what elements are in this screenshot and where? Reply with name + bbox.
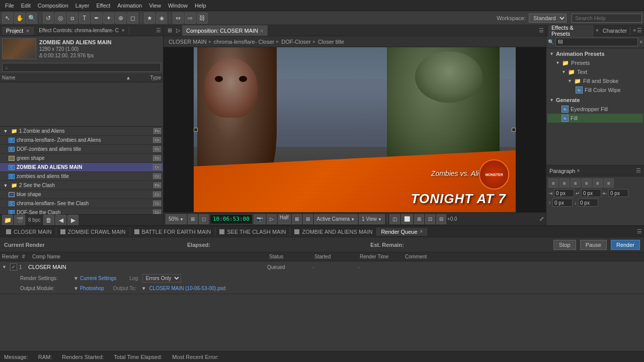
output-file-link[interactable]: CLOSER MAIN (10-06-53-00).psd xyxy=(149,286,226,291)
output-module-dropdown-icon[interactable]: ▼ xyxy=(73,286,78,291)
indent-first-input[interactable] xyxy=(581,189,601,197)
render-btn[interactable]: Render xyxy=(611,240,640,250)
timeline-tab-battle[interactable]: BATTLE FOR EARTH MAIN xyxy=(130,228,216,236)
item-fill[interactable]: fx Fill xyxy=(547,114,643,123)
align-justify-center-btn[interactable]: ≡ xyxy=(593,178,603,188)
tab-effects-presets[interactable]: Effects & Presets xyxy=(548,25,593,38)
3d-view-btn1[interactable]: ◫ xyxy=(389,214,400,224)
layer-green-shape[interactable]: green shape Cc xyxy=(0,154,163,163)
trash-btn[interactable]: 🗑 xyxy=(43,215,54,226)
render-settings-link[interactable]: Current Settings xyxy=(80,276,116,281)
tool-zoom[interactable]: 🔍 xyxy=(26,13,37,24)
tool-hand[interactable]: ✋ xyxy=(14,13,25,24)
project-search-input[interactable] xyxy=(2,63,161,72)
timeline-tab-see-clash[interactable]: SEE THE CLASH MAIN xyxy=(215,228,290,236)
timeline-tab-render-queue[interactable]: Render Queue × xyxy=(377,228,427,236)
new-folder-btn[interactable]: 📁 xyxy=(2,215,13,226)
generate-header[interactable]: ▼ Generate xyxy=(547,96,643,105)
output-to-dropdown-icon[interactable]: ▼ xyxy=(141,286,146,291)
quality-select[interactable]: Half xyxy=(278,214,291,224)
transparency-btn[interactable]: ⊠ xyxy=(292,214,302,224)
render-queue-tab-close[interactable]: × xyxy=(420,229,423,234)
folder-presets[interactable]: ▼ 📁 Presets xyxy=(547,58,643,67)
folder-text[interactable]: ▼ 📁 Text xyxy=(547,67,643,76)
menu-file[interactable]: File xyxy=(2,2,17,10)
layer-blue-shape[interactable]: blue shape Cc xyxy=(0,190,163,199)
item-eyedropper-fill[interactable]: fx Eyedropper Fill xyxy=(547,105,643,114)
tool-select[interactable]: ↖ xyxy=(2,13,13,24)
nav-fwd-btn[interactable]: ▶ xyxy=(67,215,78,226)
timeline-tab-zombie-crawl[interactable]: ZOMBIE CRAWL MAIN xyxy=(56,228,130,236)
menu-composition[interactable]: Composition xyxy=(35,2,71,10)
menu-animation[interactable]: Animation xyxy=(114,2,145,10)
align-justify-btn[interactable]: ≡ xyxy=(582,178,592,188)
breadcrumb-dof[interactable]: DOF-Closer xyxy=(279,39,313,45)
3d-view-btn2[interactable]: ⬜ xyxy=(401,214,413,224)
comp-title-close[interactable]: × xyxy=(260,28,263,34)
paragraph-panel-close[interactable]: × xyxy=(577,168,580,173)
tab-project[interactable]: Project × xyxy=(2,27,34,35)
tool-clone[interactable]: ⊕ xyxy=(115,13,126,24)
layer-zombies-title[interactable]: C zombies and aliens title Cc xyxy=(0,172,163,181)
menu-edit[interactable]: Edit xyxy=(18,2,34,10)
effects-search-clear[interactable]: × xyxy=(639,39,642,45)
timecode-display[interactable]: 10:06:53:00 xyxy=(210,214,253,224)
timeline-tab-closer-main[interactable]: CLOSER MAIN xyxy=(2,228,56,236)
timeline-tab-zombie-aliens[interactable]: ZOMBIE AND ALIENS MAIN xyxy=(290,228,377,236)
effects-search-input[interactable]: fill xyxy=(555,38,638,46)
menu-window[interactable]: Window xyxy=(165,2,191,10)
nav-back-btn[interactable]: ◀ xyxy=(55,215,66,226)
new-comp-btn[interactable]: 🎬 xyxy=(14,215,25,226)
align-right-btn[interactable]: ≡ xyxy=(571,178,581,188)
3d-view-btn5[interactable]: ⊟ xyxy=(436,214,446,224)
tool-pen[interactable]: ✒ xyxy=(91,13,102,24)
comp-panel-menu[interactable]: ☰ xyxy=(539,27,544,34)
breadcrumb-closer-main[interactable]: CLOSER MAIN xyxy=(167,39,209,45)
tool-camera[interactable]: ◎ xyxy=(55,13,66,24)
tool-3d[interactable]: ⧈ xyxy=(67,13,78,24)
align-left-btn[interactable]: ≡ xyxy=(548,178,558,188)
render-settings-dropdown-icon[interactable]: ▼ xyxy=(73,276,78,281)
space-before-input[interactable] xyxy=(552,199,573,207)
fit-btn[interactable]: ⊞ xyxy=(188,214,198,224)
indent-right-input[interactable] xyxy=(608,189,628,197)
bit-depth[interactable]: 8 bpc xyxy=(26,217,42,223)
indent-left-input[interactable] xyxy=(554,189,574,197)
resolution-btn[interactable]: ◻ xyxy=(199,214,209,224)
panel-menu-btn[interactable]: ☰ xyxy=(156,27,161,34)
paragraph-menu[interactable]: ☰ xyxy=(636,167,641,174)
camera-btn[interactable]: Active Camera xyxy=(314,214,358,224)
folder-fill-stroke[interactable]: ▼ 📁 Fill and Stroke xyxy=(547,76,643,85)
3d-view-btn3[interactable]: ⊞ xyxy=(414,214,424,224)
timeline-panel-menu[interactable]: ☰ xyxy=(637,228,642,235)
tool-motion[interactable]: ⇨ xyxy=(185,13,196,24)
tab-effect-controls-close[interactable]: × xyxy=(122,28,125,33)
handle-left[interactable] xyxy=(194,128,198,132)
tab-effect-controls[interactable]: Effect Controls: chroma-lensflare- C × xyxy=(35,27,129,34)
tool-rotate[interactable]: ↺ xyxy=(43,13,54,24)
effects-panel-menu[interactable]: ☰ xyxy=(637,27,642,34)
align-justify-all-btn[interactable]: ≡ xyxy=(604,178,614,188)
character-tab-close[interactable]: × xyxy=(633,28,636,33)
rq-expand-btn[interactable]: ▼ xyxy=(2,264,9,269)
workspace-select[interactable]: Standard xyxy=(529,14,567,23)
layer-chroma-zombies[interactable]: C chroma-lensflare- Zombies and Aliens C… xyxy=(0,136,163,145)
tool-eraser[interactable]: ◻ xyxy=(127,13,138,24)
log-select[interactable]: Errors Only xyxy=(142,274,181,283)
animation-presets-header[interactable]: ▼ Animation Presets xyxy=(547,49,643,58)
output-module-link[interactable]: Photoshop xyxy=(80,286,104,291)
3d-view-btn4[interactable]: ⊡ xyxy=(425,214,435,224)
rq-checkbox[interactable] xyxy=(10,263,17,270)
tool-align[interactable]: ⇔ xyxy=(173,13,184,24)
preview-mode-btn[interactable]: ▷ xyxy=(267,214,277,224)
menu-view[interactable]: View xyxy=(146,2,164,10)
layer-dof-zombies[interactable]: C DOF-zombies and aliens title Cc xyxy=(0,145,163,154)
pause-btn[interactable]: Pause xyxy=(580,240,607,250)
folder-zombie-aliens[interactable]: ▼ 📁 1 Zombie and Aliens Fo xyxy=(0,127,163,136)
layer-zombie-main[interactable]: C ZOMBIE AND ALIENS MAIN Cc xyxy=(0,163,163,172)
tool-graph[interactable]: ⛓ xyxy=(197,13,208,24)
menu-layer[interactable]: Layer xyxy=(72,2,93,10)
item-fill-color-wipe[interactable]: fx Fill Color Wipe xyxy=(547,85,643,95)
folder-see-clash[interactable]: ▼ 📁 2 See the Clash Fo xyxy=(0,181,163,190)
comp-title-tab[interactable]: Composition: CLOSER MAIN × xyxy=(182,25,268,36)
